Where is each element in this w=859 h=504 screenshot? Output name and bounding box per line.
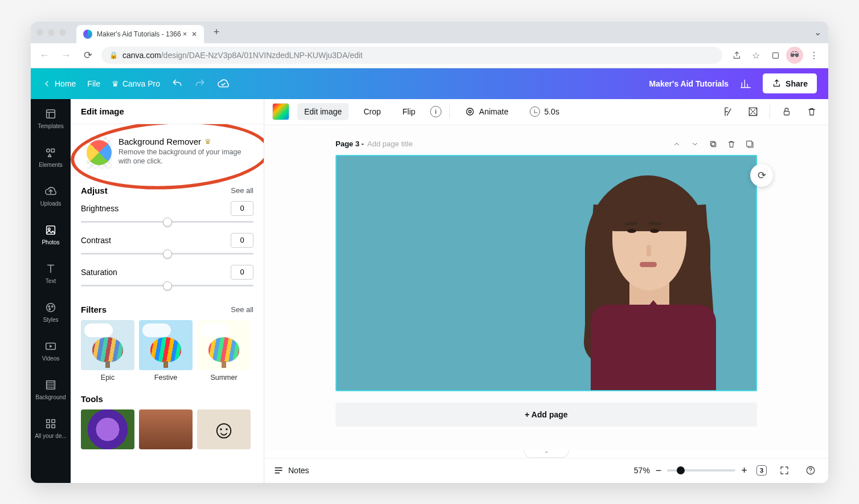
reload-button[interactable]: ⟳ <box>80 47 96 63</box>
saturation-input[interactable] <box>231 265 253 280</box>
filter-summer[interactable]: Summer <box>197 320 251 382</box>
lock-icon[interactable] <box>778 103 795 120</box>
menu-icon[interactable]: ⋮ <box>805 47 823 64</box>
svg-rect-13 <box>52 419 55 423</box>
rail-videos[interactable]: Videos <box>31 331 71 370</box>
maximize-dot[interactable] <box>59 29 66 36</box>
stage[interactable]: Page 3 - Add page title <box>264 125 828 450</box>
edit-image-button[interactable]: Edit image <box>297 103 349 120</box>
back-button[interactable]: ← <box>36 47 52 63</box>
url-domain: canva.com <box>122 51 161 60</box>
rail-styles[interactable]: Styles <box>31 293 71 331</box>
brightness-label: Brightness <box>81 204 118 213</box>
rail-photos[interactable]: Photos <box>31 215 71 254</box>
brightness-input[interactable] <box>231 201 253 216</box>
delete-page-icon[interactable] <box>724 137 739 151</box>
new-tab-button[interactable]: + <box>208 24 224 40</box>
svg-rect-4 <box>47 226 55 234</box>
filters-see-all[interactable]: See all <box>231 305 253 314</box>
filter-festive[interactable]: Festive <box>139 320 193 382</box>
tool-1[interactable] <box>81 409 134 449</box>
page-down-icon[interactable] <box>688 137 702 151</box>
plan-badge[interactable]: ♛ Canva Pro <box>112 79 160 88</box>
adjust-see-all[interactable]: See all <box>231 186 253 195</box>
minimize-dot[interactable] <box>48 29 55 36</box>
rail-templates[interactable]: Templates <box>31 99 71 138</box>
info-icon[interactable]: i <box>430 106 441 117</box>
svg-rect-14 <box>47 424 50 428</box>
flip-button[interactable]: Flip <box>396 103 423 120</box>
delete-icon[interactable] <box>803 103 820 120</box>
share-button[interactable]: Share <box>763 73 817 93</box>
browser-tabstrip: Maker's Aid Tutorials - 1366 × ✕ + ⌄ <box>31 22 828 43</box>
saturation-slider[interactable] <box>81 280 253 292</box>
duration-button[interactable]: 5.0s <box>523 103 566 121</box>
design-canvas[interactable] <box>336 155 757 391</box>
regenerate-button[interactable]: ⟳ <box>750 164 773 187</box>
browser-window: Maker's Aid Tutorials - 1366 × ✕ + ⌄ ← →… <box>31 22 828 483</box>
page-title-placeholder[interactable]: Add page title <box>367 140 413 148</box>
rail-more[interactable]: All your de... <box>31 409 71 448</box>
color-swatch[interactable] <box>272 103 289 120</box>
panel-title: Edit image <box>71 99 264 124</box>
context-toolbar: Edit image Crop Flip i Animate 5.0s <box>264 99 828 125</box>
tool-3[interactable] <box>197 409 251 449</box>
crown-icon: ♛ <box>204 137 211 146</box>
duplicate-page-icon[interactable] <box>706 137 721 151</box>
zoom-minus[interactable]: − <box>656 465 662 477</box>
svg-point-9 <box>49 308 50 309</box>
undo-button[interactable] <box>171 78 183 89</box>
profile-avatar[interactable]: 🕶 <box>786 47 803 64</box>
project-title[interactable]: Maker's Aid Tutorials <box>649 79 729 88</box>
filter-epic[interactable]: Epic <box>81 320 134 382</box>
url-path: /design/DAE-NzV3p8A/01NVINzdedLNP-KUWju3… <box>161 51 363 60</box>
rail-elements[interactable]: Elements <box>31 138 71 177</box>
svg-point-16 <box>467 108 473 115</box>
animate-button[interactable]: Animate <box>458 103 515 121</box>
bg-remover-title: Background Remover <box>118 137 201 146</box>
background-remover-tool[interactable]: Background Remover♛ Remove the backgroun… <box>81 132 253 173</box>
timeline-handle[interactable]: ⌃ <box>523 450 569 458</box>
zoom-control: 57% − + <box>634 465 747 477</box>
browser-tab[interactable]: Maker's Aid Tutorials - 1366 × ✕ <box>76 25 204 43</box>
forward-button[interactable]: → <box>58 47 74 63</box>
svg-rect-19 <box>784 111 790 115</box>
help-icon[interactable] <box>802 462 819 479</box>
crop-button[interactable]: Crop <box>357 103 387 120</box>
zoom-slider[interactable] <box>667 469 735 472</box>
share-url-icon[interactable] <box>728 47 745 64</box>
zoom-plus[interactable]: + <box>741 465 747 477</box>
tabs-chevron-icon[interactable]: ⌄ <box>814 27 821 38</box>
analytics-icon[interactable] <box>740 78 751 89</box>
close-tab-icon[interactable]: ✕ <box>191 30 197 38</box>
file-menu[interactable]: File <box>87 79 100 88</box>
bookmark-icon[interactable]: ☆ <box>747 47 764 64</box>
rail-uploads[interactable]: Uploads <box>31 177 71 215</box>
transparency-icon[interactable] <box>745 103 762 120</box>
contrast-label: Contrast <box>81 236 111 245</box>
edit-image-panel: Edit image Background Remover♛ Remove th… <box>71 99 264 483</box>
tool-2[interactable] <box>139 409 193 449</box>
zoom-value: 57% <box>634 466 650 475</box>
rail-background[interactable]: Background <box>31 370 71 409</box>
contrast-slider[interactable] <box>81 248 253 260</box>
page-up-icon[interactable] <box>669 137 684 151</box>
add-page-button[interactable]: + Add page <box>336 403 757 427</box>
close-dot[interactable] <box>36 29 43 36</box>
extensions-icon[interactable] <box>767 47 784 64</box>
page-count-badge[interactable]: 3 <box>756 465 767 476</box>
contrast-input[interactable] <box>231 233 253 248</box>
effects-icon[interactable] <box>719 103 737 120</box>
browser-toolbar: ← → ⟳ 🔒 canva.com/design/DAE-NzV3p8A/01N… <box>31 43 828 68</box>
brightness-slider[interactable] <box>81 216 253 228</box>
side-rail: Templates Elements Uploads Photos Text S… <box>31 99 71 483</box>
rail-text[interactable]: Text <box>31 254 71 293</box>
address-bar[interactable]: 🔒 canva.com/design/DAE-NzV3p8A/01NVINzde… <box>101 47 722 64</box>
cloud-status-icon[interactable] <box>217 77 230 90</box>
redo-button[interactable] <box>194 78 206 89</box>
fullscreen-icon[interactable] <box>776 462 793 479</box>
add-page-icon[interactable] <box>742 137 757 151</box>
svg-rect-21 <box>710 141 714 145</box>
home-button[interactable]: Home <box>42 79 76 88</box>
notes-button[interactable]: Notes <box>273 465 309 476</box>
